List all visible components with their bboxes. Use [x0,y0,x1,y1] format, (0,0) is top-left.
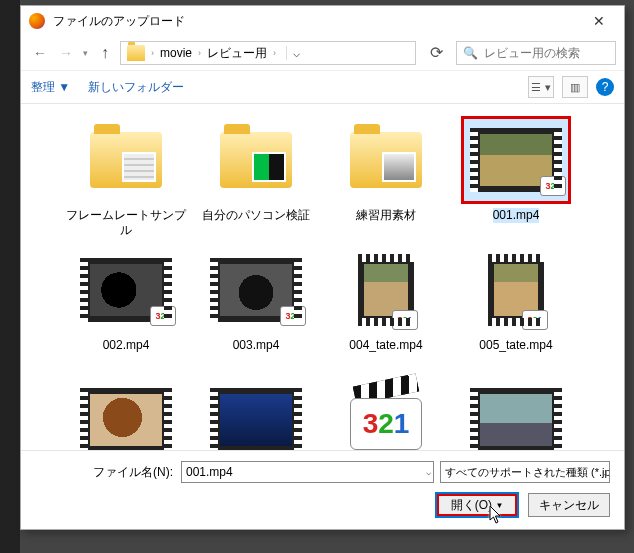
file-item-selected[interactable]: 321 001.mp4 [451,112,581,242]
mpc-badge-icon: 321 [522,310,548,330]
folder-icon [127,45,145,61]
file-item[interactable]: 321 003.mp4 [191,242,321,372]
open-button[interactable]: 開く(O) ▼ [436,493,518,517]
file-list[interactable]: フレームレートサンプル 自分のパソコン検証 練習用素材 321 001.mp4 … [21,104,624,450]
chevron-right-icon: › [149,48,156,58]
help-button[interactable]: ? [596,78,614,96]
breadcrumb-seg-movie[interactable]: movie [156,46,196,60]
history-dropdown-icon[interactable]: ▾ [83,48,88,58]
item-label: 004_tate.mp4 [349,338,422,353]
filename-value: 001.mp4 [186,465,233,479]
item-label: 003.mp4 [233,338,280,353]
nav-row: ← → ▾ ↑ › movie › レビュー用 › ⌵ ⟳ 🔍 [21,36,624,70]
search-input[interactable] [482,45,609,61]
filetype-label: すべてのサポートされた種類 (*.jpe; [445,465,610,480]
refresh-button[interactable]: ⟳ [424,41,448,65]
dialog-title: ファイルのアップロード [53,13,578,30]
mpc-badge-icon: 321 [540,176,566,196]
titlebar: ファイルのアップロード ✕ [21,6,624,36]
filename-label: ファイル名(N): [35,464,175,481]
breadcrumb-dropdown-icon[interactable]: ⌵ [286,46,306,60]
up-button[interactable]: ↑ [94,42,116,64]
file-item[interactable] [61,372,191,450]
breadcrumb-seg-review[interactable]: レビュー用 [203,45,271,62]
close-button[interactable]: ✕ [578,7,620,35]
preview-pane-button[interactable]: ▥ [562,76,588,98]
folder-item[interactable]: 自分のパソコン検証 [191,112,321,242]
chevron-down-icon: ⌵ [426,467,431,477]
mpc-badge-icon: 321 [280,306,306,326]
folder-item[interactable]: フレームレートサンプル [61,112,191,242]
item-label: 自分のパソコン検証 [202,208,310,223]
mpc-app-icon: 321 [346,380,426,450]
file-open-dialog: ファイルのアップロード ✕ ← → ▾ ↑ › movie › レビュー用 › … [20,5,625,530]
file-item[interactable] [191,372,321,450]
chevron-right-icon: › [196,48,203,58]
mpc-badge-icon: 321 [392,310,418,330]
bottom-bar: ファイル名(N): 001.mp4 ⌵ すべてのサポートされた種類 (*.jpe… [21,450,624,529]
organize-menu[interactable]: 整理 ▼ [31,79,70,96]
file-item[interactable]: 321 002.mp4 [61,242,191,372]
item-label: 001.mp4 [493,208,540,223]
filename-combo[interactable]: 001.mp4 ⌵ [181,461,434,483]
filetype-combo[interactable]: すべてのサポートされた種類 (*.jpe; ⌵ [440,461,610,483]
chevron-down-icon: ⌵ [602,467,607,477]
toolbar: 整理 ▼ 新しいフォルダー ☰ ▾ ▥ ? [21,70,624,104]
file-item[interactable]: 321 005_tate.mp4 [451,242,581,372]
firefox-icon [29,13,45,29]
chevron-right-icon: › [271,48,278,58]
item-label: フレームレートサンプル [61,208,191,238]
item-label: 002.mp4 [103,338,150,353]
file-item[interactable]: 321 [321,372,451,450]
file-item[interactable] [451,372,581,450]
folder-item[interactable]: 練習用素材 [321,112,451,242]
search-box[interactable]: 🔍 [456,41,616,65]
view-mode-button[interactable]: ☰ ▾ [528,76,554,98]
cancel-button[interactable]: キャンセル [528,493,610,517]
search-icon: 🔍 [463,46,478,60]
item-label: 005_tate.mp4 [479,338,552,353]
new-folder-button[interactable]: 新しいフォルダー [88,79,184,96]
breadcrumb[interactable]: › movie › レビュー用 › ⌵ [120,41,416,65]
mpc-badge-icon: 321 [150,306,176,326]
file-item[interactable]: 321 004_tate.mp4 [321,242,451,372]
back-button[interactable]: ← [29,42,51,64]
forward-button[interactable]: → [55,42,77,64]
item-label: 練習用素材 [356,208,416,223]
